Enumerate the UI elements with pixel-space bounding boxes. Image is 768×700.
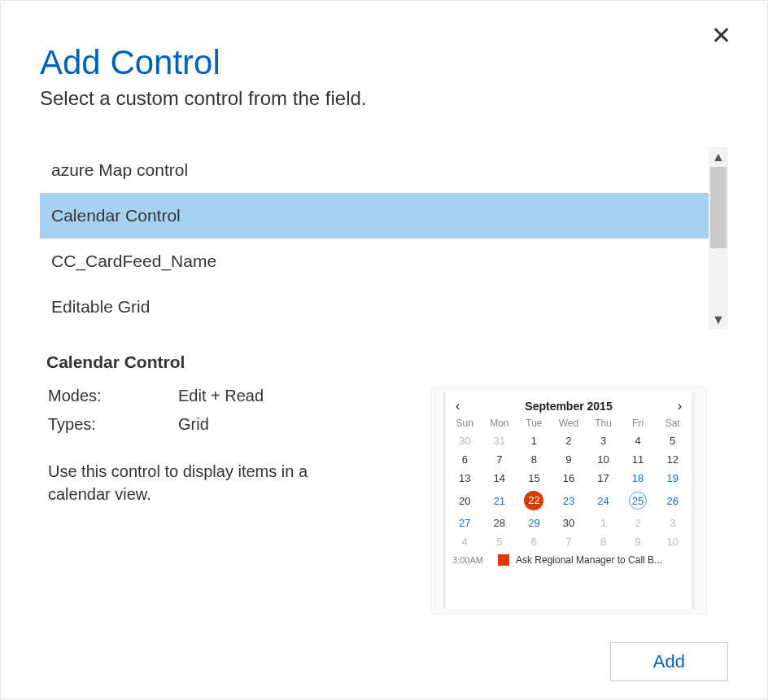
meta-types-value: Grid	[178, 415, 209, 434]
control-list: azure Map controlCalendar ControlCC_Card…	[40, 147, 728, 330]
calendar-day-cell[interactable]: 17	[586, 469, 621, 488]
control-list-item[interactable]: azure Map control	[40, 147, 709, 193]
scroll-up-button[interactable]: ▲	[709, 147, 728, 167]
calendar-selected-marker: 25	[629, 492, 647, 510]
meta-modes-value: Edit + Read	[178, 387, 264, 405]
calendar-day-cell[interactable]: 5	[482, 532, 517, 551]
calendar-day-cell[interactable]: 12	[655, 450, 690, 469]
add-button[interactable]: Add	[610, 642, 728, 681]
calendar-grid: SunMonTueWedThuFriSat 303112345678910111…	[447, 415, 690, 551]
calendar-weekday-label: Mon	[482, 415, 517, 431]
event-icon	[498, 554, 509, 566]
calendar-day-cell[interactable]: 9	[552, 450, 587, 469]
calendar-day-cell[interactable]: 15	[517, 469, 552, 488]
calendar-day-cell[interactable]: 10	[586, 450, 621, 469]
scroll-thumb[interactable]	[710, 167, 727, 248]
calendar-day-cell[interactable]: 23	[552, 488, 587, 514]
calendar-day-cell[interactable]: 18	[621, 469, 656, 488]
calendar-day-cell[interactable]: 26	[655, 488, 690, 514]
meta-modes-label: Modes:	[48, 387, 178, 405]
calendar-next-button[interactable]: ›	[678, 399, 682, 413]
calendar-day-cell[interactable]: 13	[447, 469, 482, 488]
calendar-weekday-label: Sat	[655, 415, 690, 431]
scroll-track[interactable]	[709, 167, 728, 310]
calendar-day-cell[interactable]: 9	[621, 532, 656, 551]
calendar-day-cell[interactable]: 3	[586, 431, 621, 450]
calendar-weekday-label: Thu	[586, 415, 621, 431]
calendar-day-cell[interactable]: 29	[517, 514, 552, 532]
calendar-day-cell[interactable]: 27	[447, 514, 482, 532]
meta-modes-row: Modes: Edit + Read	[48, 387, 390, 405]
calendar-day-cell[interactable]: 7	[552, 532, 587, 551]
control-list-item[interactable]: CC_CardFeed_Name	[40, 238, 709, 284]
calendar-day-cell[interactable]: 31	[482, 431, 517, 450]
calendar-today-marker: 22	[524, 491, 543, 510]
calendar-day-cell[interactable]: 1	[517, 431, 552, 450]
calendar-day-cell[interactable]: 19	[655, 469, 690, 488]
calendar-day-cell[interactable]: 24	[586, 488, 621, 514]
calendar-day-cell[interactable]: 6	[517, 532, 552, 551]
calendar-day-cell[interactable]: 30	[552, 514, 587, 532]
calendar-day-cell[interactable]: 22	[517, 488, 552, 514]
chevron-left-icon: ‹	[456, 399, 460, 413]
control-list-item[interactable]: Calendar Control	[40, 193, 709, 238]
calendar-day-cell[interactable]: 28	[482, 514, 517, 532]
calendar-day-cell[interactable]: 6	[447, 450, 482, 469]
calendar-weekday-label: Tue	[517, 415, 552, 431]
calendar-day-cell[interactable]: 10	[655, 532, 690, 551]
add-control-dialog: ✕ Add Control Select a custom control fr…	[0, 0, 768, 700]
calendar-weekday-label: Fri	[621, 415, 656, 431]
calendar-day-cell[interactable]: 25	[621, 488, 656, 514]
meta-types-label: Types:	[48, 415, 178, 434]
detail-description: Use this control to display items in a c…	[48, 460, 341, 505]
detail-text: Modes: Edit + Read Types: Grid Use this …	[40, 387, 398, 615]
calendar-day-cell[interactable]: 2	[621, 514, 656, 532]
calendar-day-cell[interactable]: 14	[482, 469, 517, 488]
calendar-day-cell[interactable]: 5	[655, 431, 690, 450]
list-scrollbar[interactable]: ▲ ▼	[709, 147, 728, 330]
calendar-day-cell[interactable]: 2	[552, 431, 587, 450]
calendar: ‹ September 2015 › SunMonTueWedThuFriSat…	[446, 392, 692, 609]
calendar-day-cell[interactable]: 8	[517, 450, 552, 469]
calendar-month-label: September 2015	[525, 400, 612, 413]
meta-types-row: Types: Grid	[48, 415, 390, 434]
close-icon: ✕	[711, 22, 731, 49]
event-time: 3:00AM	[452, 555, 491, 565]
control-list-items: azure Map controlCalendar ControlCC_Card…	[40, 147, 709, 330]
calendar-day-cell[interactable]: 8	[586, 532, 621, 551]
calendar-day-cell[interactable]: 11	[621, 450, 656, 469]
calendar-day-cell[interactable]: 30	[447, 431, 482, 450]
calendar-weekday-label: Wed	[552, 415, 587, 431]
chevron-right-icon: ›	[678, 399, 682, 413]
chevron-up-icon: ▲	[712, 150, 725, 164]
dialog-title: Add Control	[40, 43, 728, 82]
calendar-day-cell[interactable]: 1	[586, 514, 621, 532]
event-text: Ask Regional Manager to Call B...	[516, 554, 685, 566]
calendar-day-cell[interactable]: 16	[552, 469, 587, 488]
dialog-subtitle: Select a custom control from the field.	[40, 87, 728, 110]
calendar-day-cell[interactable]: 7	[482, 450, 517, 469]
scroll-down-button[interactable]: ▼	[709, 310, 728, 330]
calendar-event-row[interactable]: 3:00AM Ask Regional Manager to Call B...	[447, 551, 690, 569]
calendar-day-cell[interactable]: 21	[482, 488, 517, 514]
calendar-day-cell[interactable]: 20	[447, 488, 482, 514]
calendar-prev-button[interactable]: ‹	[456, 399, 460, 413]
selected-control-name: Calendar Control	[46, 352, 728, 372]
detail-section: Modes: Edit + Read Types: Grid Use this …	[40, 387, 728, 615]
calendar-header: ‹ September 2015 ›	[447, 396, 690, 415]
calendar-preview: ‹ September 2015 › SunMonTueWedThuFriSat…	[430, 387, 707, 615]
calendar-weekday-label: Sun	[447, 415, 482, 431]
calendar-day-cell[interactable]: 3	[655, 514, 690, 532]
dialog-footer: Add	[610, 642, 728, 681]
chevron-down-icon: ▼	[712, 313, 725, 327]
calendar-day-cell[interactable]: 4	[447, 532, 482, 551]
close-button[interactable]: ✕	[711, 24, 731, 48]
control-list-item[interactable]: Editable Grid	[40, 284, 709, 330]
calendar-day-cell[interactable]: 4	[621, 431, 656, 450]
